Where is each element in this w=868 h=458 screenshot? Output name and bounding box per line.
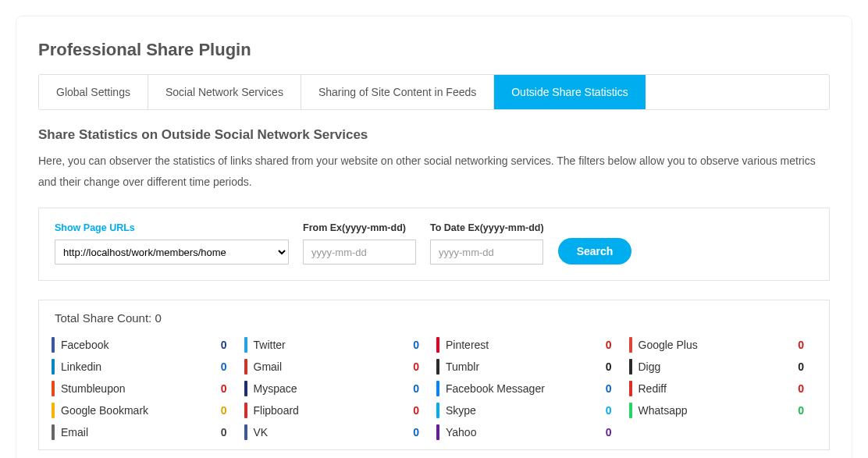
color-bar (436, 381, 439, 396)
stat-item-google-plus: Google Plus0 (629, 334, 817, 356)
service-name: Myspace (254, 382, 297, 395)
service-count: 0 (798, 360, 804, 373)
section-desc: Here, you can observer the statistics of… (38, 151, 830, 192)
color-bar (244, 359, 247, 375)
color-bar (629, 403, 632, 418)
service-count: 0 (798, 382, 804, 395)
service-count: 0 (413, 360, 419, 373)
stat-item-email: Email0 (52, 421, 240, 443)
color-bar (629, 359, 632, 375)
service-name: Email (61, 426, 88, 438)
from-date-group: From Ex(yyyy-mm-dd) (303, 222, 416, 265)
color-bar (244, 403, 247, 418)
service-name: Skype (446, 404, 476, 417)
service-name: Google Bookmark (61, 404, 148, 417)
tab-outside-share-statistics[interactable]: Outside Share Statistics (494, 75, 645, 109)
service-count: 0 (413, 426, 419, 438)
stat-item-rediff: Rediff0 (629, 378, 817, 399)
from-date-label: From Ex(yyyy-mm-dd) (303, 222, 416, 233)
search-button[interactable]: Search (558, 238, 632, 265)
url-label: Show Page URLs (55, 222, 289, 233)
service-count: 0 (413, 339, 419, 351)
search-button-group: Search (558, 238, 632, 265)
service-count: 0 (606, 360, 612, 373)
from-date-input[interactable] (303, 240, 416, 265)
to-date-group: To Date Ex(yyyy-mm-dd) (430, 222, 544, 265)
service-name: Digg (639, 360, 661, 373)
stat-item-yahoo: Yahoo0 (436, 421, 624, 443)
url-select[interactable]: http://localhost/work/members/home (55, 240, 289, 265)
stat-item-tumblr: Tumblr0 (436, 356, 624, 378)
color-bar (52, 337, 55, 353)
stat-item-flipboard: Flipboard0 (244, 399, 432, 421)
color-bar (244, 337, 247, 353)
main-panel: Professional Share Plugin Global Setting… (16, 16, 852, 458)
stat-item-whatsapp: Whatsapp0 (629, 399, 817, 421)
color-bar (436, 403, 439, 418)
url-filter-group: Show Page URLs http://localhost/work/mem… (55, 222, 289, 265)
color-bar (52, 403, 55, 418)
color-bar (244, 381, 247, 396)
stat-item-pinterest: Pinterest0 (436, 334, 624, 356)
service-count: 0 (606, 404, 612, 417)
color-bar (436, 337, 439, 353)
service-count: 0 (413, 382, 419, 395)
stat-item-gmail: Gmail0 (244, 356, 432, 378)
service-name: Rediff (639, 382, 667, 395)
color-bar (436, 424, 439, 440)
tab-sharing-of-site-content-in-feeds[interactable]: Sharing of Site Content in Feeds (301, 75, 494, 109)
service-name: Facebook (61, 339, 108, 351)
tab-global-settings[interactable]: Global Settings (39, 75, 148, 109)
service-name: Flipboard (254, 404, 299, 417)
service-name: Google Plus (639, 339, 698, 351)
service-name: Tumblr (446, 360, 479, 373)
tabs: Global SettingsSocial Network ServicesSh… (38, 74, 830, 110)
color-bar (629, 381, 632, 396)
service-count: 0 (606, 339, 612, 351)
service-count: 0 (798, 339, 804, 351)
stat-item-twitter: Twitter0 (244, 334, 432, 356)
service-name: Facebook Messager (446, 382, 545, 395)
stats-box: Total Share Count: 0 Facebook0Twitter0Pi… (38, 300, 830, 450)
service-name: Pinterest (446, 339, 489, 351)
stat-item-google-bookmark: Google Bookmark0 (52, 399, 240, 421)
service-count: 0 (413, 404, 419, 417)
section-title: Share Statistics on Outside Social Netwo… (38, 127, 830, 143)
stat-item-facebook: Facebook0 (52, 334, 240, 356)
service-count: 0 (221, 339, 227, 351)
stat-item-skype: Skype0 (436, 399, 624, 421)
service-count: 0 (221, 404, 227, 417)
to-date-input[interactable] (430, 240, 543, 265)
stat-item-stumbleupon: Stumbleupon0 (52, 378, 240, 399)
color-bar (244, 424, 247, 440)
page-title: Professional Share Plugin (38, 40, 830, 60)
services-grid: Facebook0Twitter0Pinterest0Google Plus0L… (52, 334, 816, 443)
service-name: Whatsapp (639, 404, 688, 417)
service-name: Stumbleupon (61, 382, 126, 395)
stat-item-digg: Digg0 (629, 356, 817, 378)
stat-item-myspace: Myspace0 (244, 378, 432, 399)
service-count: 0 (221, 360, 227, 373)
service-count: 0 (798, 404, 804, 417)
service-count: 0 (221, 426, 227, 438)
service-name: Linkedin (61, 360, 101, 373)
stat-item-facebook-messager: Facebook Messager0 (436, 378, 624, 399)
service-count: 0 (221, 382, 227, 395)
stat-item-linkedin: Linkedin0 (52, 356, 240, 378)
color-bar (52, 381, 55, 396)
service-name: Yahoo (446, 426, 476, 438)
color-bar (629, 337, 632, 353)
tab-social-network-services[interactable]: Social Network Services (148, 75, 301, 109)
filter-box: Show Page URLs http://localhost/work/mem… (38, 208, 830, 281)
to-date-label: To Date Ex(yyyy-mm-dd) (430, 222, 544, 233)
stat-item-vk: VK0 (244, 421, 432, 443)
service-name: VK (254, 426, 269, 438)
color-bar (436, 359, 439, 375)
service-name: Twitter (254, 339, 286, 351)
service-name: Gmail (254, 360, 283, 373)
total-share-count: Total Share Count: 0 (52, 311, 816, 325)
service-count: 0 (606, 382, 612, 395)
service-count: 0 (606, 426, 612, 438)
color-bar (52, 424, 55, 440)
color-bar (52, 359, 55, 375)
